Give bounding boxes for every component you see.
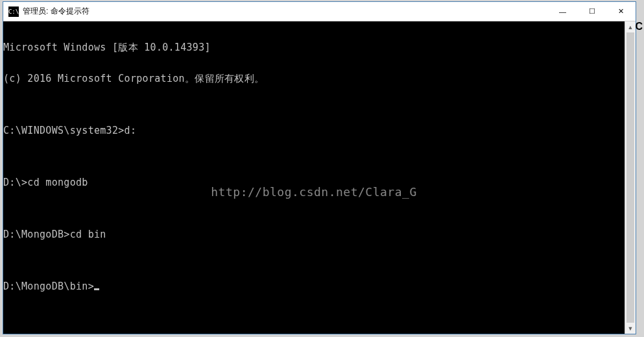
window-title: 管理员: 命令提示符 <box>23 6 89 17</box>
scroll-up-arrow[interactable]: ▲ <box>625 21 636 32</box>
scroll-track[interactable] <box>625 32 636 323</box>
close-button[interactable]: ✕ <box>606 2 636 21</box>
terminal-area: Microsoft Windows [版本 10.0.14393] (c) 20… <box>3 21 636 334</box>
terminal-line: D:\MongoDB>cd bin <box>3 229 625 240</box>
cursor <box>94 288 99 290</box>
terminal-prompt-line: D:\MongoDB\bin> <box>3 281 625 292</box>
window-controls: — ☐ ✕ <box>548 2 636 21</box>
terminal-line: Microsoft Windows [版本 10.0.14393] <box>3 42 625 53</box>
scroll-down-arrow[interactable]: ▼ <box>625 323 636 334</box>
terminal-line: C:\WINDOWS\system32>d: <box>3 125 625 136</box>
outside-character: C <box>635 21 643 32</box>
terminal[interactable]: Microsoft Windows [版本 10.0.14393] (c) 20… <box>3 21 625 334</box>
vertical-scrollbar[interactable]: ▲ ▼ <box>625 21 636 334</box>
cmd-window: C:\ 管理员: 命令提示符 — ☐ ✕ Microsoft Windows [… <box>3 1 636 334</box>
terminal-prompt: D:\MongoDB\bin> <box>3 281 94 292</box>
terminal-line: (c) 2016 Microsoft Corporation。保留所有权利。 <box>3 73 625 84</box>
scroll-thumb[interactable] <box>626 32 634 323</box>
watermark: http://blog.csdn.net/Clara_G <box>3 187 625 197</box>
minimize-button[interactable]: — <box>548 2 577 21</box>
terminal-line: D:\>cd mongodb <box>3 177 625 188</box>
titlebar[interactable]: C:\ 管理员: 命令提示符 — ☐ ✕ <box>3 2 636 21</box>
maximize-button[interactable]: ☐ <box>577 2 606 21</box>
cmd-icon: C:\ <box>8 6 19 17</box>
